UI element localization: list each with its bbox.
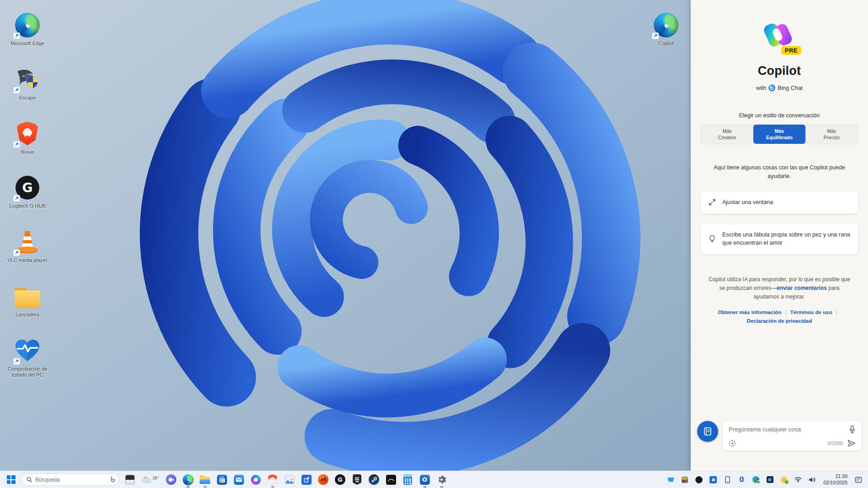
- ai-disclaimer: Copilot utiliza IA para responder, por l…: [708, 275, 851, 302]
- desktop-icon-logitech-ghub[interactable]: G Logitech G HUB: [5, 174, 50, 210]
- shortcut-arrow-badge: [13, 249, 20, 256]
- tray-cup-app[interactable]: [666, 474, 676, 485]
- tray-security[interactable]: [751, 474, 761, 485]
- notification-center-button[interactable]: [853, 474, 863, 485]
- taskbar-battle-net[interactable]: [385, 473, 397, 486]
- steam-icon: [369, 474, 379, 485]
- bing-search-icon: [109, 476, 116, 483]
- taskbar-epic-games[interactable]: [351, 473, 364, 486]
- taskbar-photos[interactable]: [283, 473, 296, 486]
- folder-icon: [15, 288, 40, 308]
- logitech-g-icon: [695, 476, 703, 483]
- taskbar-clock[interactable]: 21:30 02/10/2025: [821, 473, 849, 485]
- logitech-g-icon: G: [335, 474, 345, 485]
- desktop[interactable]: Microsoft Edge: [0, 0, 691, 471]
- taskbar-file-explorer[interactable]: [199, 473, 212, 486]
- desktop-icon-column: Microsoft Edge: [5, 12, 50, 378]
- screenshot-icon: [729, 440, 736, 447]
- copilot-subtitle: with Bing Chat: [756, 84, 803, 91]
- divider: |: [836, 310, 837, 315]
- send-feedback-link[interactable]: enviar comentarios: [777, 285, 827, 291]
- send-button[interactable]: [847, 440, 856, 447]
- app-a-icon: a: [709, 476, 717, 483]
- desktop-icon-lanzadera-folder[interactable]: Lanzadera: [5, 283, 50, 318]
- desktop-icon-pc-health-check[interactable]: Comprobación de estado del PC: [5, 337, 50, 379]
- cup-icon: [667, 478, 674, 482]
- learn-more-link[interactable]: Obtener más información: [718, 310, 781, 315]
- microsoft-store-icon: [217, 475, 227, 485]
- tray-gallery-app[interactable]: [680, 474, 690, 485]
- taskbar-search[interactable]: [21, 473, 119, 486]
- task-view-button[interactable]: [123, 473, 136, 486]
- shortcut-app-icon: [302, 475, 312, 485]
- taskbar-outlook[interactable]: O: [418, 473, 431, 486]
- taskbar-mail[interactable]: [233, 473, 245, 486]
- suggestion-card-adjust-window[interactable]: Ajustar una ventana: [701, 191, 858, 214]
- start-button[interactable]: [5, 473, 17, 486]
- desktop-icon-label: VLC media player: [7, 257, 47, 264]
- send-icon: [847, 440, 856, 447]
- desktop-icon-copilot-shortcut[interactable]: Copilot: [643, 12, 689, 47]
- desktop-icon-label: Copilot: [658, 41, 674, 47]
- taskbar-shortcut-app[interactable]: [300, 473, 313, 486]
- phone-icon: [725, 476, 730, 483]
- taskbar-calculator[interactable]: [402, 473, 414, 486]
- weather-widget[interactable]: 25°: [140, 475, 161, 485]
- taskbar-settings[interactable]: [435, 473, 448, 486]
- search-input[interactable]: [35, 477, 106, 483]
- desktop-icon-escape[interactable]: Escape: [5, 66, 50, 101]
- desktop-icon-label: Comprobación de estado del PC: [5, 366, 49, 379]
- notebook-button[interactable]: [697, 421, 718, 442]
- outlook-icon: O: [420, 475, 430, 485]
- suggestion-card-fable[interactable]: Escribe una fábula propia sobre un pez y…: [701, 224, 858, 255]
- tray-app-zero[interactable]: 0: [736, 474, 746, 485]
- wallpaper-bloom: [0, 0, 691, 471]
- shortcut-arrow-badge: [13, 87, 20, 94]
- taskbar-steam[interactable]: [368, 473, 381, 486]
- chat-icon: [166, 474, 176, 485]
- tray-antivirus[interactable]: +: [779, 474, 789, 485]
- tray-phone-link[interactable]: [722, 474, 732, 485]
- desktop-icon-brave[interactable]: Brave: [5, 121, 50, 156]
- desktop-icon-label: Lanzadera: [16, 312, 39, 318]
- file-explorer-icon: [200, 476, 210, 484]
- tray-app-a[interactable]: a: [708, 474, 718, 485]
- privacy-statement-link[interactable]: Declaración de privacidad: [747, 318, 812, 324]
- terms-of-use-link[interactable]: Términos de uso: [790, 310, 832, 315]
- style-button-mas-creativo[interactable]: Más Creativo: [701, 125, 753, 144]
- task-view-icon: [125, 475, 135, 484]
- microphone-icon: [849, 425, 856, 433]
- weather-temp: 25°: [153, 476, 159, 480]
- desktop-icon-label: Microsoft Edge: [11, 41, 44, 47]
- copilot-sidebar: PRE Copilot with Bing Chat Elegir un est…: [691, 0, 868, 471]
- tray-ghub[interactable]: [694, 474, 704, 485]
- microphone-button[interactable]: [849, 425, 856, 433]
- taskbar-logitech-ghub[interactable]: G: [334, 473, 347, 486]
- desktop-icon-microsoft-edge[interactable]: Microsoft Edge: [5, 12, 50, 47]
- desktop-icon-vlc[interactable]: VLC media player: [5, 229, 50, 264]
- screenshot-button[interactable]: [729, 440, 736, 447]
- taskbar-ea-app[interactable]: [317, 473, 330, 486]
- taskbar-brave[interactable]: [266, 473, 279, 486]
- style-button-mas-preciso[interactable]: Más Preciso: [806, 125, 857, 144]
- taskbar-microsoft-365[interactable]: [249, 473, 262, 486]
- desktop-icon-label: Logitech G HUB: [9, 203, 45, 210]
- tray-volume[interactable]: [807, 474, 817, 485]
- taskbar-chat[interactable]: [165, 473, 178, 486]
- tray-capture-app[interactable]: [765, 474, 775, 485]
- security-globe-icon: [752, 476, 759, 483]
- search-icon: [26, 477, 32, 483]
- tray-wifi[interactable]: [793, 474, 803, 485]
- taskbar-microsoft-store[interactable]: [216, 473, 228, 486]
- shortcut-arrow-badge: [13, 195, 20, 202]
- ea-app-icon: [318, 474, 328, 485]
- chat-input[interactable]: [729, 426, 845, 433]
- char-counter: 0/2000: [827, 441, 843, 446]
- notification-icon: [855, 476, 862, 483]
- style-button-mas-equilibrado[interactable]: Más Equilibrado: [753, 125, 805, 144]
- shortcut-arrow-badge: [652, 32, 659, 39]
- desktop-icon-label: Brave: [21, 149, 34, 156]
- taskbar-edge[interactable]: [182, 473, 195, 486]
- partly-cloudy-icon: [142, 476, 152, 484]
- gallery-icon: [682, 477, 688, 483]
